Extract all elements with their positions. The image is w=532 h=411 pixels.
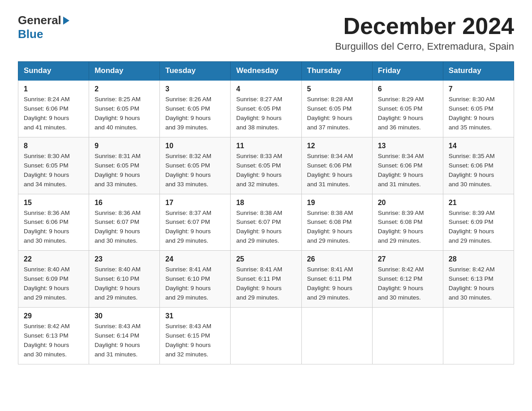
day-number: 14 (449, 142, 508, 150)
calendar-cell: 6 Sunrise: 8:29 AM Sunset: 6:05 PM Dayli… (372, 80, 443, 137)
day-info: Sunrise: 8:30 AM Sunset: 6:05 PM Dayligh… (449, 95, 508, 133)
day-number: 10 (165, 142, 225, 150)
day-number: 5 (307, 85, 367, 93)
day-info: Sunrise: 8:34 AM Sunset: 6:06 PM Dayligh… (307, 152, 367, 189)
col-wednesday: Wednesday (231, 62, 301, 81)
calendar-cell: 1 Sunrise: 8:24 AM Sunset: 6:06 PM Dayli… (18, 80, 89, 137)
col-thursday: Thursday (301, 62, 372, 81)
calendar-cell: 15 Sunrise: 8:36 AM Sunset: 6:06 PM Dayl… (18, 194, 89, 251)
calendar-cell: 27 Sunrise: 8:42 AM Sunset: 6:12 PM Dayl… (372, 251, 443, 308)
logo-blue-text: Blue (18, 27, 43, 41)
calendar-cell: 19 Sunrise: 8:38 AM Sunset: 6:08 PM Dayl… (301, 194, 372, 251)
day-info: Sunrise: 8:43 AM Sunset: 6:15 PM Dayligh… (165, 322, 225, 360)
day-info: Sunrise: 8:36 AM Sunset: 6:06 PM Dayligh… (24, 209, 83, 246)
day-info: Sunrise: 8:37 AM Sunset: 6:07 PM Dayligh… (165, 209, 225, 246)
day-number: 7 (449, 85, 508, 93)
day-info: Sunrise: 8:31 AM Sunset: 6:05 PM Dayligh… (94, 152, 154, 189)
day-number: 30 (94, 312, 154, 320)
day-number: 8 (24, 142, 83, 150)
calendar-cell: 21 Sunrise: 8:39 AM Sunset: 6:09 PM Dayl… (443, 194, 514, 251)
day-number: 4 (236, 85, 296, 93)
day-number: 24 (165, 255, 225, 263)
day-number: 20 (378, 199, 438, 207)
day-number: 27 (378, 255, 438, 263)
day-info: Sunrise: 8:40 AM Sunset: 6:10 PM Dayligh… (94, 265, 154, 303)
calendar-cell: 26 Sunrise: 8:41 AM Sunset: 6:11 PM Dayl… (301, 251, 372, 308)
calendar-cell: 8 Sunrise: 8:30 AM Sunset: 6:05 PM Dayli… (18, 137, 89, 194)
day-info: Sunrise: 8:41 AM Sunset: 6:11 PM Dayligh… (307, 265, 367, 303)
day-info: Sunrise: 8:28 AM Sunset: 6:05 PM Dayligh… (307, 95, 367, 133)
col-saturday: Saturday (443, 62, 514, 81)
day-number: 29 (24, 312, 83, 320)
day-number: 16 (94, 199, 154, 207)
calendar-week-row: 22 Sunrise: 8:40 AM Sunset: 6:09 PM Dayl… (18, 251, 514, 308)
day-number: 22 (24, 255, 83, 263)
title-block: December 2024 Burguillos del Cerro, Extr… (335, 13, 514, 52)
calendar-cell: 31 Sunrise: 8:43 AM Sunset: 6:15 PM Dayl… (160, 307, 231, 364)
calendar-cell: 24 Sunrise: 8:41 AM Sunset: 6:10 PM Dayl… (160, 251, 231, 308)
day-number: 26 (307, 255, 367, 263)
calendar-cell: 7 Sunrise: 8:30 AM Sunset: 6:05 PM Dayli… (443, 80, 514, 137)
location-title: Burguillos del Cerro, Extremadura, Spain (335, 41, 514, 52)
page-header: General Blue December 2024 Burguillos de… (18, 13, 514, 52)
day-info: Sunrise: 8:24 AM Sunset: 6:06 PM Dayligh… (24, 95, 83, 133)
day-number: 13 (378, 142, 438, 150)
day-info: Sunrise: 8:39 AM Sunset: 6:08 PM Dayligh… (378, 209, 438, 246)
day-number: 28 (449, 255, 508, 263)
day-info: Sunrise: 8:38 AM Sunset: 6:07 PM Dayligh… (236, 209, 296, 246)
day-number: 6 (378, 85, 438, 93)
calendar-cell: 3 Sunrise: 8:26 AM Sunset: 6:05 PM Dayli… (160, 80, 231, 137)
calendar-cell: 28 Sunrise: 8:42 AM Sunset: 6:13 PM Dayl… (443, 251, 514, 308)
calendar-table: Sunday Monday Tuesday Wednesday Thursday… (18, 61, 514, 364)
day-info: Sunrise: 8:41 AM Sunset: 6:11 PM Dayligh… (236, 265, 296, 303)
calendar-week-row: 8 Sunrise: 8:30 AM Sunset: 6:05 PM Dayli… (18, 137, 514, 194)
calendar-week-row: 1 Sunrise: 8:24 AM Sunset: 6:06 PM Dayli… (18, 80, 514, 137)
calendar-cell (372, 307, 443, 364)
day-info: Sunrise: 8:33 AM Sunset: 6:05 PM Dayligh… (236, 152, 296, 189)
day-info: Sunrise: 8:25 AM Sunset: 6:05 PM Dayligh… (94, 95, 154, 133)
day-number: 18 (236, 199, 296, 207)
calendar-cell: 18 Sunrise: 8:38 AM Sunset: 6:07 PM Dayl… (231, 194, 301, 251)
calendar-cell: 11 Sunrise: 8:33 AM Sunset: 6:05 PM Dayl… (231, 137, 301, 194)
calendar-cell: 2 Sunrise: 8:25 AM Sunset: 6:05 PM Dayli… (89, 80, 160, 137)
calendar-cell: 16 Sunrise: 8:36 AM Sunset: 6:07 PM Dayl… (89, 194, 160, 251)
col-tuesday: Tuesday (160, 62, 231, 81)
logo-general-text: General (18, 13, 61, 27)
calendar-cell: 20 Sunrise: 8:39 AM Sunset: 6:08 PM Dayl… (372, 194, 443, 251)
day-number: 21 (449, 199, 508, 207)
logo: General Blue (18, 13, 69, 41)
day-number: 2 (94, 85, 154, 93)
day-number: 9 (94, 142, 154, 150)
day-info: Sunrise: 8:42 AM Sunset: 6:12 PM Dayligh… (378, 265, 438, 303)
logo-arrow-icon (63, 17, 69, 25)
day-number: 12 (307, 142, 367, 150)
calendar-cell (231, 307, 301, 364)
day-number: 17 (165, 199, 225, 207)
day-number: 31 (165, 312, 225, 320)
calendar-week-row: 15 Sunrise: 8:36 AM Sunset: 6:06 PM Dayl… (18, 194, 514, 251)
month-title: December 2024 (335, 13, 514, 39)
day-info: Sunrise: 8:27 AM Sunset: 6:05 PM Dayligh… (236, 95, 296, 133)
day-info: Sunrise: 8:40 AM Sunset: 6:09 PM Dayligh… (24, 265, 83, 303)
day-info: Sunrise: 8:26 AM Sunset: 6:05 PM Dayligh… (165, 95, 225, 133)
day-number: 15 (24, 199, 83, 207)
calendar-cell: 10 Sunrise: 8:32 AM Sunset: 6:05 PM Dayl… (160, 137, 231, 194)
calendar-cell: 17 Sunrise: 8:37 AM Sunset: 6:07 PM Dayl… (160, 194, 231, 251)
day-number: 19 (307, 199, 367, 207)
day-number: 1 (24, 85, 83, 93)
header-row: Sunday Monday Tuesday Wednesday Thursday… (18, 62, 514, 81)
calendar-cell (301, 307, 372, 364)
calendar-cell: 23 Sunrise: 8:40 AM Sunset: 6:10 PM Dayl… (89, 251, 160, 308)
day-number: 3 (165, 85, 225, 93)
day-info: Sunrise: 8:38 AM Sunset: 6:08 PM Dayligh… (307, 209, 367, 246)
calendar-cell (443, 307, 514, 364)
day-info: Sunrise: 8:35 AM Sunset: 6:06 PM Dayligh… (449, 152, 508, 189)
calendar-cell: 9 Sunrise: 8:31 AM Sunset: 6:05 PM Dayli… (89, 137, 160, 194)
day-info: Sunrise: 8:42 AM Sunset: 6:13 PM Dayligh… (449, 265, 508, 303)
col-sunday: Sunday (18, 62, 89, 81)
day-number: 23 (94, 255, 154, 263)
calendar-cell: 5 Sunrise: 8:28 AM Sunset: 6:05 PM Dayli… (301, 80, 372, 137)
calendar-cell: 4 Sunrise: 8:27 AM Sunset: 6:05 PM Dayli… (231, 80, 301, 137)
day-number: 25 (236, 255, 296, 263)
col-monday: Monday (89, 62, 160, 81)
